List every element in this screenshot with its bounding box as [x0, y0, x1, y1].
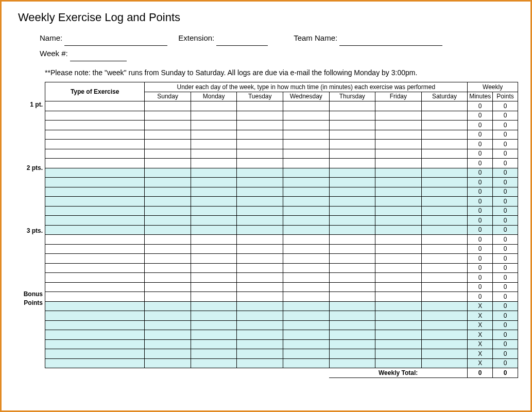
minutes-cell[interactable]	[329, 130, 375, 140]
minutes-cell[interactable]	[375, 140, 422, 149]
minutes-cell[interactable]	[283, 358, 329, 368]
exercise-type-cell[interactable]	[45, 349, 145, 359]
minutes-cell[interactable]	[191, 168, 237, 178]
minutes-cell[interactable]	[191, 159, 237, 168]
minutes-cell[interactable]	[375, 339, 422, 349]
minutes-cell[interactable]	[283, 178, 329, 187]
minutes-cell[interactable]	[421, 206, 468, 216]
minutes-cell[interactable]	[421, 101, 468, 111]
minutes-cell[interactable]	[421, 349, 468, 359]
minutes-cell[interactable]	[191, 244, 237, 254]
minutes-cell[interactable]	[237, 301, 283, 311]
minutes-cell[interactable]	[145, 225, 191, 235]
minutes-cell[interactable]	[145, 130, 191, 140]
minutes-cell[interactable]	[191, 235, 237, 245]
exercise-type-cell[interactable]	[45, 254, 145, 264]
minutes-cell[interactable]	[421, 168, 468, 178]
name-input-line[interactable]	[64, 38, 167, 46]
minutes-cell[interactable]	[145, 197, 191, 207]
minutes-cell[interactable]	[145, 168, 191, 178]
minutes-cell[interactable]	[421, 197, 468, 207]
minutes-cell[interactable]	[237, 197, 283, 207]
minutes-cell[interactable]	[329, 111, 375, 121]
exercise-type-cell[interactable]	[45, 292, 145, 302]
minutes-cell[interactable]	[237, 149, 283, 159]
minutes-cell[interactable]	[237, 187, 283, 197]
exercise-type-cell[interactable]	[45, 339, 145, 349]
extension-input-line[interactable]	[216, 38, 268, 46]
minutes-cell[interactable]	[375, 159, 422, 168]
minutes-cell[interactable]	[145, 244, 191, 254]
minutes-cell[interactable]	[191, 140, 237, 149]
minutes-cell[interactable]	[375, 168, 422, 178]
minutes-cell[interactable]	[237, 111, 283, 121]
exercise-type-cell[interactable]	[45, 244, 145, 254]
minutes-cell[interactable]	[237, 159, 283, 168]
minutes-cell[interactable]	[191, 101, 237, 111]
minutes-cell[interactable]	[329, 140, 375, 149]
exercise-type-cell[interactable]	[45, 130, 145, 140]
minutes-cell[interactable]	[329, 178, 375, 187]
minutes-cell[interactable]	[329, 254, 375, 264]
minutes-cell[interactable]	[375, 358, 422, 368]
minutes-cell[interactable]	[329, 282, 375, 292]
minutes-cell[interactable]	[421, 301, 468, 311]
exercise-type-cell[interactable]	[45, 178, 145, 187]
minutes-cell[interactable]	[191, 121, 237, 130]
minutes-cell[interactable]	[375, 330, 422, 340]
minutes-cell[interactable]	[237, 330, 283, 340]
minutes-cell[interactable]	[237, 121, 283, 130]
minutes-cell[interactable]	[191, 206, 237, 216]
minutes-cell[interactable]	[329, 225, 375, 235]
minutes-cell[interactable]	[237, 168, 283, 178]
minutes-cell[interactable]	[145, 330, 191, 340]
minutes-cell[interactable]	[329, 187, 375, 197]
minutes-cell[interactable]	[237, 140, 283, 149]
minutes-cell[interactable]	[421, 244, 468, 254]
minutes-cell[interactable]	[421, 178, 468, 187]
minutes-cell[interactable]	[329, 358, 375, 368]
exercise-type-cell[interactable]	[45, 358, 145, 368]
minutes-cell[interactable]	[421, 339, 468, 349]
minutes-cell[interactable]	[329, 159, 375, 168]
minutes-cell[interactable]	[283, 216, 329, 226]
minutes-cell[interactable]	[329, 273, 375, 283]
minutes-cell[interactable]	[375, 235, 422, 245]
exercise-type-cell[interactable]	[45, 216, 145, 226]
minutes-cell[interactable]	[375, 282, 422, 292]
minutes-cell[interactable]	[329, 263, 375, 273]
minutes-cell[interactable]	[145, 206, 191, 216]
minutes-cell[interactable]	[191, 273, 237, 283]
minutes-cell[interactable]	[237, 178, 283, 187]
minutes-cell[interactable]	[283, 149, 329, 159]
minutes-cell[interactable]	[237, 101, 283, 111]
minutes-cell[interactable]	[145, 159, 191, 168]
minutes-cell[interactable]	[375, 149, 422, 159]
minutes-cell[interactable]	[145, 320, 191, 330]
minutes-cell[interactable]	[145, 121, 191, 130]
minutes-cell[interactable]	[375, 301, 422, 311]
minutes-cell[interactable]	[283, 159, 329, 168]
minutes-cell[interactable]	[145, 263, 191, 273]
minutes-cell[interactable]	[329, 339, 375, 349]
minutes-cell[interactable]	[145, 187, 191, 197]
minutes-cell[interactable]	[421, 149, 468, 159]
minutes-cell[interactable]	[421, 320, 468, 330]
exercise-type-cell[interactable]	[45, 311, 145, 321]
minutes-cell[interactable]	[191, 349, 237, 359]
minutes-cell[interactable]	[237, 273, 283, 283]
minutes-cell[interactable]	[145, 178, 191, 187]
minutes-cell[interactable]	[283, 244, 329, 254]
minutes-cell[interactable]	[237, 263, 283, 273]
minutes-cell[interactable]	[237, 282, 283, 292]
minutes-cell[interactable]	[283, 282, 329, 292]
minutes-cell[interactable]	[145, 292, 191, 302]
minutes-cell[interactable]	[145, 311, 191, 321]
minutes-cell[interactable]	[145, 282, 191, 292]
minutes-cell[interactable]	[145, 273, 191, 283]
minutes-cell[interactable]	[375, 244, 422, 254]
minutes-cell[interactable]	[237, 244, 283, 254]
minutes-cell[interactable]	[375, 349, 422, 359]
exercise-type-cell[interactable]	[45, 111, 145, 121]
minutes-cell[interactable]	[375, 130, 422, 140]
